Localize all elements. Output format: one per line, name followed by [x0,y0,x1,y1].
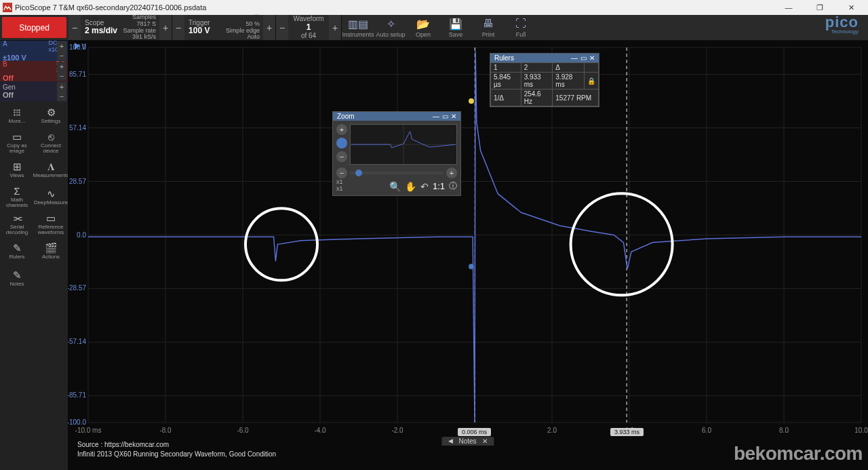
lock-icon[interactable]: 🔒 [584,73,598,90]
maximize-button[interactable]: ❐ [806,0,834,15]
channel-b[interactable]: BDCx1 Off + − [0,61,68,81]
waveform-minus[interactable]: − [276,15,288,40]
trigger-value: 100 V [189,26,221,36]
svg-text:-10.0 ms: -10.0 ms [75,427,102,434]
channel-a[interactable]: ADCx1000 ±100 V + − [0,41,68,61]
actions-button[interactable]: 🎬Actions [34,237,68,265]
sigma-icon: Σ [14,185,20,197]
zoom-preview [351,125,456,164]
fullscreen-button[interactable]: ⛶ Full [505,15,537,40]
scope-plus[interactable]: + [159,15,172,40]
trigger-marker-mid[interactable] [469,264,474,269]
zoom-window[interactable]: Zoom —▭✕ + − [332,111,461,196]
waveform-plus[interactable]: + [329,15,341,40]
views-button[interactable]: ⊞Views [0,156,34,183]
autosetup-button[interactable]: ✧ Auto setup [374,15,407,40]
zoom-h-slider[interactable] [350,172,443,174]
svg-point-43 [245,208,317,280]
ch-a-minus[interactable]: − [57,51,66,60]
trigger-minus[interactable]: − [172,15,184,40]
notes-button[interactable]: ✎Notes [0,265,34,292]
close-button[interactable]: ✕ [837,0,865,15]
rulers-min-icon[interactable]: — [571,54,578,62]
serial-icon: ⫘ [12,212,22,224]
serial-decode-button[interactable]: ⫘Serial decoding [0,210,34,237]
caliper-icon: 𝚲 [47,161,55,172]
zoom-dot-icon[interactable] [336,138,347,149]
ch-b-minus[interactable]: − [57,71,66,81]
svg-text:-100.0: -100.0 [68,418,86,426]
rulers-max-icon[interactable]: ▭ [580,54,587,62]
grid-icon: 𐄡 [12,106,22,118]
svg-text:8.0: 8.0 [779,427,789,434]
zoom-h-out[interactable]: − [336,168,347,178]
clapper-icon: 🎬 [45,242,58,254]
ch-b-plus[interactable]: + [57,62,66,71]
svg-text:10.0: 10.0 [854,427,868,434]
run-stop-button[interactable]: Stopped [2,17,66,38]
gear-icon: ⚙ [47,106,56,118]
ch-a-plus[interactable]: + [57,41,66,51]
svg-text:-85.71: -85.71 [68,391,86,399]
zoom-search-icon[interactable]: 🔍 [389,181,401,192]
more-button[interactable]: 𐄡More... [0,102,34,129]
print-button[interactable]: 🖶 Print [472,15,505,40]
save-button[interactable]: 💾 Save [439,15,472,40]
zoom-viewport[interactable] [350,124,457,165]
scope-minus[interactable]: − [68,15,81,40]
channel-gen[interactable]: Gen Off + − [0,81,68,102]
zoom-undo-icon[interactable]: ↶ [420,181,429,192]
scope-panel[interactable]: − Scope 2 ms/div Samples 7817 S Sample r… [68,15,172,40]
measurements-button[interactable]: 𝚲Measurements [34,156,68,183]
instruments-button[interactable]: ▥▤ Instruments [342,15,374,40]
svg-text:0.0: 0.0 [77,231,86,239]
folder-icon: 📂 [416,17,430,31]
settings-button[interactable]: ⚙Settings [34,102,68,129]
scope-chart[interactable]: 100.085.7157.1428.570.0-28.57-57.14-85.7… [68,41,868,470]
zoom-info-icon[interactable]: ⓘ [449,180,457,192]
zoom-title: Zoom [337,113,355,120]
svg-text:57.14: 57.14 [69,124,86,132]
trace-marker-a[interactable] [75,43,80,50]
usb-icon: ⎋ [48,131,54,142]
zoom-max-icon[interactable]: ▭ [442,113,448,120]
save-icon: 💾 [449,17,462,31]
waveform-panel[interactable]: − Waveform 1 of 64 + [276,15,342,40]
zoom-hand-icon[interactable]: ✋ [405,181,416,192]
ruler-icon: ✎ [13,242,22,254]
ref-waveform-button[interactable]: ▭Reference waveforms [34,210,68,237]
deep-icon: ∿ [47,188,56,199]
ruler-badge-1[interactable]: 0.006 ms [458,428,491,436]
zoom-h-in[interactable]: + [446,168,457,178]
zoom-close-icon[interactable]: ✕ [451,113,456,120]
rulers-button[interactable]: ✎Rulers [0,237,34,265]
svg-text:-2.0: -2.0 [391,427,403,434]
left-sidebar: ADCx1000 ±100 V + − BDCx1 Off + − Gen Of… [0,41,68,470]
connect-device-button[interactable]: ⎋Connect device [34,129,68,156]
gen-plus[interactable]: + [57,82,66,92]
rulers-close-icon[interactable]: ✕ [589,54,595,62]
zoom-min-icon[interactable]: — [433,113,439,120]
math-button[interactable]: ΣMath channels [0,183,34,210]
svg-text:-6.0: -6.0 [237,427,249,434]
brand-logo: pico Technology [816,15,868,40]
notes-close-icon[interactable]: ✕ [482,437,488,445]
zoom-out-icon[interactable]: − [336,151,347,162]
copy-image-button[interactable]: ▭Copy as image [0,129,34,156]
trigger-marker-top[interactable] [469,98,474,104]
minimize-button[interactable]: — [774,0,803,15]
samples-info: Samples 7817 S Sample rate 391 kS/s [121,15,159,40]
expand-icon: ⛶ [515,17,526,31]
gen-minus[interactable]: − [57,92,66,101]
open-button[interactable]: 📂 Open [407,15,439,40]
ruler-badge-2[interactable]: 3.933 ms [610,428,644,436]
watermark: bekomcar.com [734,443,863,465]
trigger-plus[interactable]: + [263,15,275,40]
wand-icon: ✧ [387,17,395,31]
deepmeasure-button[interactable]: ∿DeepMeasure [34,183,68,210]
waveform-of: of 64 [301,32,316,40]
notes-tab[interactable]: ◀ Notes ✕ [441,437,494,446]
zoom-in-icon[interactable]: + [336,124,347,135]
trigger-panel[interactable]: − Trigger 100 V ⌒ 50 % Simple edge Auto … [172,15,276,40]
rulers-window[interactable]: Rulers —▭✕ 12Δ 5.845 µs3.933 ms3.928 ms🔒… [490,53,599,107]
